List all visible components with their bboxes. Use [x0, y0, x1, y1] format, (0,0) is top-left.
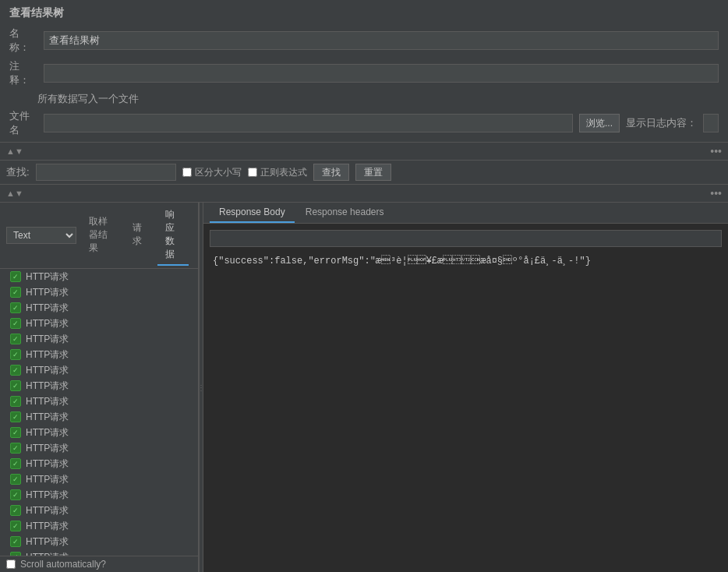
collapse-arrow-2[interactable]: ▲▼	[6, 189, 23, 198]
find-button[interactable]: 查找	[313, 164, 349, 181]
scroll-auto-label: Scroll automatically?	[20, 559, 106, 570]
tree-item[interactable]: ✓HTTP请求	[0, 503, 198, 518]
subtab-response-headers[interactable]: Response headers	[296, 203, 394, 223]
collapse-arrow-1[interactable]: ▲▼	[6, 147, 23, 156]
scroll-auto-checkbox[interactable]	[6, 560, 16, 569]
toolbar-row-2: ▲▼ •••	[0, 185, 728, 203]
case-sensitive-label: 区分大小写	[195, 166, 242, 179]
shield-icon: ✓	[9, 286, 22, 298]
regex-label: 正则表达式	[260, 166, 307, 179]
main-container: 查看结果树 名称： 注释： 所有数据写入一个文件 文件名 浏览... 显示日志内…	[0, 0, 728, 572]
shield-icon: ✓	[9, 348, 22, 361]
case-sensitive-checkbox[interactable]	[182, 168, 192, 177]
tree-item[interactable]: ✓HTTP请求	[0, 456, 198, 471]
left-toolbar: Text RegExp Tester JSON Path Tester CSS/…	[0, 203, 198, 269]
response-text: {"success":false,"errorMsg":"æ³è¦¥£æ…	[210, 252, 722, 270]
name-row: 名称：	[9, 26, 719, 55]
toolbar-dots-2[interactable]: •••	[710, 187, 722, 199]
tree-item[interactable]: ✓HTTP请求	[0, 518, 198, 534]
toolbar-row-1: ▲▼ •••	[0, 143, 728, 161]
comment-row: 注释：	[9, 59, 719, 87]
tree-item-label: HTTP请求	[26, 364, 69, 377]
tree-item[interactable]: ✓HTTP请求	[0, 362, 198, 378]
tree-item[interactable]: ✓HTTP请求	[0, 440, 198, 456]
tab-request[interactable]: 请求	[125, 218, 150, 252]
left-panel: Text RegExp Tester JSON Path Tester CSS/…	[0, 203, 199, 572]
tree-item[interactable]: ✓HTTP请求	[0, 347, 198, 362]
all-data-note: 所有数据写入一个文件	[9, 92, 139, 106]
shield-icon: ✓	[9, 333, 22, 345]
comment-input[interactable]	[44, 64, 719, 83]
shield-icon: ✓	[9, 380, 22, 392]
page-title: 查看结果树	[9, 6, 719, 20]
shield-icon: ✓	[9, 302, 22, 314]
response-search-input[interactable]	[210, 230, 722, 247]
tree-item-label: HTTP请求	[26, 380, 69, 393]
subtab-bar: Response Body Response headers	[203, 203, 728, 224]
tree-item[interactable]: ✓HTTP请求	[0, 394, 198, 409]
tree-item-label: HTTP请求	[26, 270, 69, 284]
tree-item-label: HTTP请求	[26, 333, 69, 346]
tree-item-label: HTTP请求	[26, 302, 69, 315]
tree-item-label: HTTP请求	[26, 348, 69, 362]
name-input[interactable]	[44, 31, 719, 50]
shield-icon: ✓	[9, 270, 22, 283]
tree-item[interactable]: ✓HTTP请求	[0, 378, 198, 394]
regex-checkbox[interactable]	[248, 168, 257, 177]
shield-icon: ✓	[9, 317, 22, 330]
log-input[interactable]	[703, 114, 719, 132]
log-label: 显示日志内容：	[626, 116, 697, 130]
tree-item-label: HTTP请求	[26, 317, 69, 330]
tab-response-data[interactable]: 响应数据	[157, 205, 189, 266]
filename-input[interactable]	[44, 114, 573, 132]
tree-item-label: HTTP请求	[26, 535, 69, 549]
tree-item[interactable]: ✓HTTP请求	[0, 425, 198, 440]
tree-item-label: HTTP请求	[26, 395, 69, 408]
tree-item-label: HTTP请求	[26, 520, 69, 533]
regex-group: 正则表达式	[248, 166, 307, 179]
tree-list[interactable]: ✓HTTP请求✓HTTP请求✓HTTP请求✓HTTP请求✓HTTP请求✓HTTP…	[0, 269, 198, 556]
tree-item-label: HTTP请求	[26, 286, 69, 299]
shield-icon: ✓	[9, 520, 22, 532]
tree-item[interactable]: ✓HTTP请求	[0, 487, 198, 503]
tree-item[interactable]: ✓HTTP请求	[0, 316, 198, 331]
shield-icon: ✓	[9, 395, 22, 408]
shield-icon: ✓	[9, 426, 22, 439]
search-label: 查找:	[6, 165, 30, 179]
tree-item[interactable]: ✓HTTP请求	[0, 269, 198, 284]
content-area: Text RegExp Tester JSON Path Tester CSS/…	[0, 203, 728, 572]
tree-item-label: HTTP请求	[26, 504, 69, 517]
subtab-response-body[interactable]: Response Body	[210, 203, 295, 223]
search-input[interactable]	[36, 164, 176, 181]
tree-item[interactable]: ✓HTTP请求	[0, 549, 198, 556]
tree-item[interactable]: ✓HTTP请求	[0, 284, 198, 300]
type-select[interactable]: Text RegExp Tester JSON Path Tester CSS/…	[6, 227, 76, 244]
tab-sampler-result[interactable]: 取样器结果	[81, 212, 117, 260]
shield-icon: ✓	[9, 489, 22, 501]
scroll-auto-row: Scroll automatically?	[0, 556, 198, 572]
tree-item-label: HTTP请求	[26, 411, 69, 424]
tree-item[interactable]: ✓HTTP请求	[0, 534, 198, 549]
right-content: {"success":false,"errorMsg":"æ³è¦¥£æ…	[203, 224, 728, 572]
comment-label: 注释：	[9, 59, 37, 87]
filename-label: 文件名	[9, 109, 37, 137]
reset-button[interactable]: 重置	[355, 164, 391, 181]
shield-icon: ✓	[9, 442, 22, 454]
shield-icon: ✓	[9, 411, 22, 423]
tree-item-label: HTTP请求	[26, 426, 69, 440]
tree-item-label: HTTP请求	[26, 457, 69, 471]
toolbar-dots-1[interactable]: •••	[710, 145, 722, 157]
tree-item[interactable]: ✓HTTP请求	[0, 331, 198, 347]
shield-icon: ✓	[9, 535, 22, 548]
tree-item[interactable]: ✓HTTP请求	[0, 409, 198, 425]
tree-item-label: HTTP请求	[26, 473, 69, 486]
tree-item[interactable]: ✓HTTP请求	[0, 471, 198, 487]
header: 查看结果树 名称： 注释： 所有数据写入一个文件 文件名 浏览... 显示日志内…	[0, 0, 728, 143]
note-row: 所有数据写入一个文件	[9, 92, 719, 106]
browse-button[interactable]: 浏览...	[579, 114, 620, 132]
right-panel: Response Body Response headers {"success…	[203, 203, 728, 572]
tree-item-label: HTTP请求	[26, 489, 69, 502]
tree-item[interactable]: ✓HTTP请求	[0, 300, 198, 316]
shield-icon: ✓	[9, 364, 22, 376]
shield-icon: ✓	[9, 457, 22, 470]
